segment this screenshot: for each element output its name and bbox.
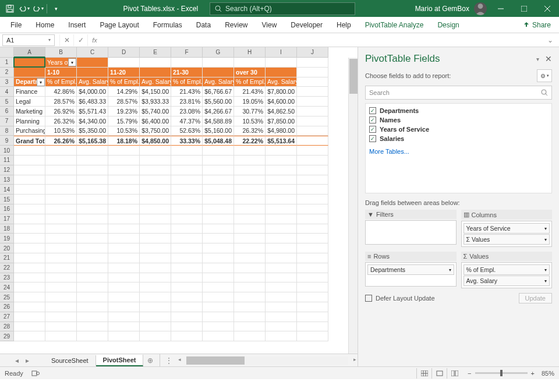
row-header[interactable]: 11 (0, 156, 14, 165)
cell[interactable] (266, 331, 297, 341)
cell[interactable] (140, 312, 171, 322)
filters-area[interactable]: ▼Filters (365, 210, 457, 247)
col-header[interactable]: A (14, 47, 45, 58)
cell[interactable] (203, 185, 234, 195)
cell[interactable]: $5,165.38 (77, 136, 108, 146)
cell[interactable]: Avg. Salary (77, 77, 108, 87)
cell[interactable] (297, 136, 328, 146)
qat-customize-icon[interactable]: ▾ (49, 2, 62, 15)
cell[interactable] (297, 185, 328, 195)
cell[interactable] (297, 302, 328, 312)
cell[interactable] (203, 282, 234, 292)
cell[interactable]: 22.22% (234, 136, 266, 146)
cell[interactable] (297, 312, 328, 322)
cell[interactable] (203, 263, 234, 273)
cell[interactable] (297, 87, 328, 97)
cell[interactable] (234, 146, 266, 156)
cell[interactable] (45, 273, 77, 283)
cell[interactable] (266, 282, 297, 292)
tab-data[interactable]: Data (189, 17, 218, 33)
macro-record-icon[interactable] (31, 370, 40, 377)
cell[interactable] (266, 263, 297, 273)
cell[interactable]: $5,513.64 (266, 136, 297, 146)
cell[interactable] (234, 263, 266, 273)
cell[interactable] (171, 195, 203, 204)
cell[interactable]: $3,750.00 (140, 126, 171, 136)
cell[interactable] (108, 156, 140, 165)
cell[interactable]: $5,048.48 (203, 136, 234, 146)
cell[interactable] (14, 234, 45, 243)
row-header[interactable]: 24 (0, 282, 14, 292)
expand-formula-icon[interactable]: ⌄ (547, 36, 559, 44)
cell[interactable] (77, 243, 108, 253)
add-sheet-button[interactable]: ⊕ (143, 356, 157, 365)
cell[interactable] (171, 322, 203, 332)
cell[interactable] (266, 273, 297, 283)
cell[interactable]: $5,160.00 (203, 126, 234, 136)
cell[interactable] (266, 243, 297, 253)
cell[interactable] (297, 204, 328, 214)
cell[interactable] (77, 68, 108, 77)
values-area[interactable]: ΣValues % of Empl.▾ Avg. Salary▾ (461, 252, 553, 288)
cell[interactable]: over 30 (234, 68, 266, 77)
cell[interactable] (45, 253, 77, 263)
row-header[interactable]: 4 (0, 87, 14, 97)
cell[interactable] (77, 273, 108, 283)
cell[interactable] (234, 214, 266, 224)
row-header[interactable]: 15 (0, 195, 14, 204)
row-header[interactable]: 21 (0, 253, 14, 263)
cell[interactable]: Marketing (14, 107, 45, 116)
cell[interactable] (77, 58, 108, 68)
cell[interactable] (297, 165, 328, 175)
cell[interactable]: $5,740.00 (140, 107, 171, 116)
cell[interactable] (45, 322, 77, 332)
cell[interactable] (171, 224, 203, 234)
cell[interactable] (234, 253, 266, 263)
cell[interactable] (297, 263, 328, 273)
field-years[interactable]: ✓Years of Service (369, 125, 548, 134)
view-page-break-icon[interactable] (447, 368, 462, 379)
cell[interactable] (140, 273, 171, 283)
cell[interactable] (108, 224, 140, 234)
cell[interactable] (266, 214, 297, 224)
cell[interactable]: Legal (14, 97, 45, 107)
cell[interactable] (234, 165, 266, 175)
cell[interactable] (266, 165, 297, 175)
row-header[interactable]: 19 (0, 234, 14, 243)
cell[interactable]: $4,850.00 (140, 136, 171, 146)
cell[interactable] (108, 253, 140, 263)
share-button[interactable]: Share (518, 21, 556, 29)
zoom-level[interactable]: 85% (542, 370, 554, 377)
cell[interactable]: 26.26% (45, 136, 77, 146)
cell[interactable]: % of Empl. (45, 77, 77, 87)
field-departments[interactable]: ✓Departments (369, 106, 548, 115)
sheet-nav-next[interactable]: ▸ (22, 356, 33, 365)
view-normal-icon[interactable] (416, 368, 431, 379)
cell[interactable]: 28.57% (45, 97, 77, 107)
row-header[interactable]: 18 (0, 224, 14, 234)
cell[interactable] (266, 204, 297, 214)
cell[interactable]: 21.43% (234, 87, 266, 97)
tab-design[interactable]: Design (430, 17, 466, 33)
cell[interactable] (266, 146, 297, 156)
cell[interactable] (14, 243, 45, 253)
cell[interactable] (234, 312, 266, 322)
cell[interactable] (140, 263, 171, 273)
cell[interactable] (14, 253, 45, 263)
user-avatar[interactable] (474, 2, 487, 15)
cell[interactable] (140, 195, 171, 204)
cell[interactable] (266, 185, 297, 195)
redo-icon[interactable]: ▾ (31, 2, 44, 15)
col-header[interactable]: F (171, 47, 203, 58)
cell[interactable] (171, 282, 203, 292)
col-header[interactable]: D (108, 47, 140, 58)
cell[interactable] (108, 185, 140, 195)
row-header[interactable]: 8 (0, 126, 14, 136)
cell[interactable] (297, 322, 328, 332)
row-header[interactable]: 16 (0, 204, 14, 214)
cell[interactable]: 21.43% (171, 87, 203, 97)
checkbox-icon[interactable]: ✓ (369, 135, 376, 142)
tab-formulas[interactable]: Formulas (146, 17, 189, 33)
cell[interactable] (45, 204, 77, 214)
cell[interactable] (297, 97, 328, 107)
